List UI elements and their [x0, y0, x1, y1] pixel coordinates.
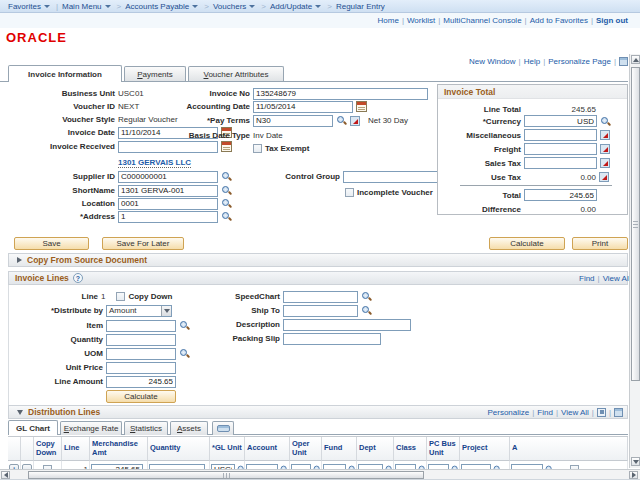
tab-label: Assets [177, 424, 201, 433]
quantity-input[interactable] [106, 334, 176, 346]
add-to-favorites-link[interactable]: Add to Favorites [530, 16, 588, 25]
copy-down-checkbox[interactable] [116, 292, 125, 301]
tab-payments[interactable]: Payments [124, 66, 186, 81]
transfer-icon[interactable] [599, 172, 609, 182]
description-input[interactable] [283, 319, 411, 331]
breadcrumb-add-update[interactable]: Add/Update [270, 2, 312, 11]
personalize-link[interactable]: Personalize [487, 408, 529, 417]
vertical-scroll-thumb[interactable] [631, 67, 640, 381]
tab-label: Statistics [130, 424, 162, 433]
help-icon[interactable]: ? [73, 273, 83, 283]
chevron-down-icon [44, 5, 50, 8]
line-amount-input[interactable] [106, 376, 176, 388]
accounting-date-input[interactable] [253, 101, 353, 113]
dist-find-link[interactable]: Find [537, 408, 553, 417]
scroll-right-button[interactable] [629, 471, 638, 479]
worklist-link[interactable]: Worklist [407, 16, 435, 25]
sales-tax-input[interactable] [524, 157, 597, 169]
print-button[interactable]: Print [572, 237, 628, 250]
calendar-icon[interactable] [221, 141, 232, 152]
view-all-link[interactable]: View All [603, 274, 629, 283]
header-links: Home| Worklist| MultiChannel Console| Ad… [0, 13, 640, 28]
scroll-down-button[interactable] [631, 457, 640, 466]
line-calculate-button[interactable]: Calculate [106, 390, 176, 403]
save-button[interactable]: Save [14, 237, 89, 250]
tab-exchange-rate[interactable]: Exchange Rate [60, 421, 122, 435]
lookup-icon[interactable] [221, 211, 232, 222]
distribute-by-select[interactable]: Amount [106, 305, 172, 317]
lookup-icon[interactable] [361, 291, 372, 302]
breadcrumb-sep: > [200, 2, 213, 11]
new-window-link[interactable]: New Window [469, 57, 516, 66]
pay-terms-input[interactable] [253, 115, 333, 127]
location-input[interactable] [118, 198, 218, 210]
popout-icon[interactable] [597, 408, 606, 417]
horizontal-scroll-thumb[interactable] [28, 471, 424, 479]
item-input[interactable] [106, 320, 176, 332]
unit-price-input[interactable] [106, 362, 176, 374]
total-input[interactable] [524, 189, 597, 201]
tab-voucher-attributes[interactable]: Voucher Attributes [188, 66, 284, 81]
col-fund: Fund [322, 437, 357, 461]
lookup-icon[interactable] [179, 348, 190, 359]
transfer-icon[interactable] [600, 158, 610, 168]
show-all-tabs-button[interactable] [212, 421, 234, 435]
save-for-later-button[interactable]: Save For Later [102, 237, 184, 250]
breadcrumb-vouchers[interactable]: Vouchers [213, 2, 246, 11]
calculate-button[interactable]: Calculate [489, 237, 565, 250]
supplier-id-input[interactable] [118, 171, 218, 183]
breadcrumb-accounts-payable[interactable]: Accounts Payable [125, 2, 189, 11]
multichannel-console-link[interactable]: MultiChannel Console [443, 16, 521, 25]
ship-to-input[interactable] [283, 305, 358, 317]
dist-view-all-link[interactable]: View All [561, 408, 589, 417]
lookup-icon[interactable] [361, 305, 372, 316]
transfer-icon[interactable] [350, 116, 360, 126]
control-group-input[interactable] [343, 171, 448, 183]
tab-assets[interactable]: Assets [170, 421, 208, 435]
main-menu[interactable]: Main Menu [62, 2, 102, 11]
packing-slip-input[interactable] [283, 333, 381, 345]
currency-input[interactable] [524, 115, 597, 127]
sign-out-link[interactable]: Sign out [596, 16, 628, 25]
scroll-up-button[interactable] [631, 55, 640, 64]
download-icon[interactable] [614, 408, 623, 417]
col-pc-bus-unit: PC Bus Unit [427, 437, 460, 461]
incomplete-voucher-checkbox[interactable] [345, 188, 354, 197]
invoice-total-title: Invoice Total [444, 87, 495, 97]
shortname-input[interactable] [118, 185, 218, 197]
lookup-icon[interactable] [221, 198, 232, 209]
speedchart-input[interactable] [283, 291, 358, 303]
supplier-name-link[interactable]: 1301 GERVAIS LLC [118, 158, 191, 168]
find-link[interactable]: Find [579, 274, 595, 283]
address-input[interactable] [118, 211, 218, 223]
horizontal-scrollbar[interactable] [0, 469, 640, 479]
home-link[interactable]: Home [378, 16, 399, 25]
grid-icon[interactable] [619, 57, 628, 66]
calendar-icon[interactable] [356, 101, 367, 112]
distribute-by-label: *Distribute by [5, 306, 103, 315]
tab-gl-chart[interactable]: GL Chart [8, 420, 58, 435]
uom-input[interactable] [106, 348, 176, 360]
transfer-icon[interactable] [600, 130, 610, 140]
invoice-received-label: Invoice Received [5, 142, 115, 151]
lookup-icon[interactable] [221, 185, 232, 196]
transfer-icon[interactable] [600, 144, 610, 154]
copy-from-source-section[interactable]: Copy From Source Document [8, 253, 628, 267]
miscellaneous-input[interactable] [524, 129, 597, 141]
lookup-icon[interactable] [600, 116, 611, 127]
tab-invoice-information[interactable]: Invoice Information [8, 65, 122, 82]
breadcrumb-sep: > [257, 2, 270, 11]
invoice-no-input[interactable] [253, 88, 428, 100]
freight-input[interactable] [524, 143, 597, 155]
personalize-page-link[interactable]: Personalize Page [548, 57, 611, 66]
scroll-left-button[interactable] [1, 471, 10, 479]
vertical-scrollbar[interactable] [629, 54, 640, 468]
help-link[interactable]: Help [524, 57, 540, 66]
expand-icon[interactable] [17, 257, 22, 263]
invoice-received-input[interactable] [118, 141, 218, 153]
collapse-icon[interactable] [17, 410, 23, 415]
lookup-icon[interactable] [336, 115, 347, 126]
tax-exempt-checkbox[interactable] [253, 144, 262, 153]
favorites-menu[interactable]: Favorites [8, 2, 41, 11]
tab-statistics[interactable]: Statistics [124, 421, 168, 435]
